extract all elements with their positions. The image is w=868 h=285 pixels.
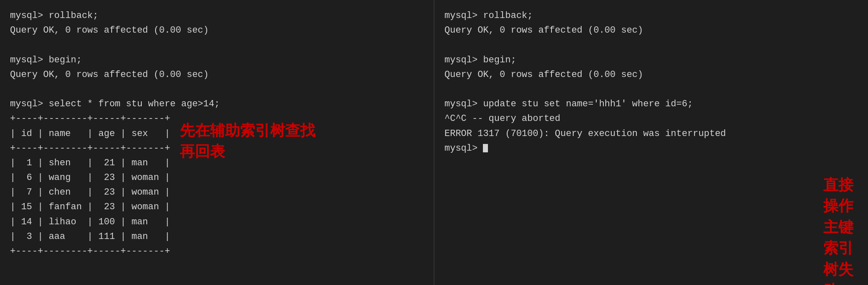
left-terminal-panel: mysql> rollback; Query OK, 0 rows affect… [0,0,434,285]
left-annotation: 先在辅助索引树查找再回表 [180,121,315,164]
right-terminal-panel: mysql> rollback; Query OK, 0 rows affect… [434,0,868,285]
right-terminal-output: mysql> rollback; Query OK, 0 rows affect… [444,8,858,156]
right-annotation: 直接操作主键索引树失败 [823,176,868,285]
